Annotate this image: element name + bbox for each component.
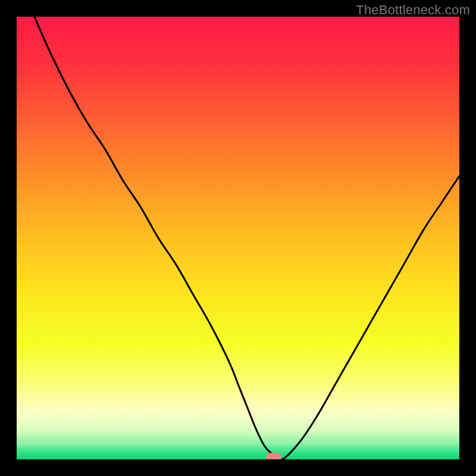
chart-frame: TheBottleneck.com — [0, 0, 476, 476]
gradient-background — [17, 17, 459, 459]
optimal-marker — [266, 453, 281, 459]
chart-svg — [17, 17, 459, 459]
watermark-text: TheBottleneck.com — [356, 2, 470, 18]
plot-area — [17, 17, 459, 459]
